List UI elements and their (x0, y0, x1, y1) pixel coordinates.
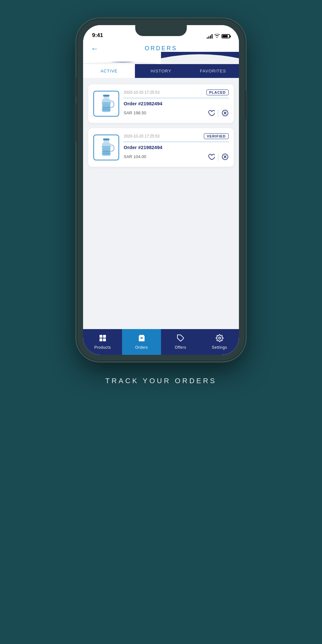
svg-rect-24 (99, 338, 102, 341)
bottom-nav: Products Orders Offers (83, 329, 239, 355)
svg-rect-3 (103, 95, 109, 97)
signal-icon (207, 34, 213, 39)
favorite-icon-1[interactable] (208, 110, 215, 118)
nav-orders-label: Orders (135, 345, 148, 350)
order-price-2: SAR 104.00 (124, 154, 146, 159)
order-number-2: Order #21982494 (124, 145, 229, 150)
battery-icon (222, 34, 230, 38)
water-jug-icon-2 (97, 137, 115, 158)
favorite-icon-2[interactable] (208, 154, 215, 161)
notch (135, 25, 187, 36)
order-image-2 (93, 135, 119, 160)
bottom-text: TRACK YOUR ORDERS (105, 377, 217, 385)
order-card-2[interactable]: 2020-10-20 17:25:53 VERIFIED Order #2198… (88, 128, 234, 167)
svg-rect-6 (102, 102, 111, 103)
orders-list: 2020-10-20 17:25:53 PLACED Order #219824… (83, 78, 239, 329)
svg-point-27 (219, 337, 221, 339)
phone-screen: 9:41 ← ORDERS (83, 25, 239, 355)
order-number-1: Order #21982494 (124, 101, 229, 106)
order-info-1: 2020-10-20 17:25:53 PLACED Order #219824… (124, 90, 229, 118)
svg-rect-17 (102, 146, 111, 147)
water-jug-icon-1 (97, 93, 115, 115)
settings-icon (216, 334, 223, 344)
order-header-2: 2020-10-20 17:25:53 VERIFIED (124, 133, 229, 139)
order-divider-1 (124, 98, 229, 98)
tabs-with-wave: ACTIVE HISTORY FAVORITES (83, 52, 239, 78)
status-badge-1: PLACED (206, 90, 229, 95)
action-divider-2 (218, 154, 218, 161)
svg-rect-22 (99, 335, 102, 338)
order-date-2: 2020-10-20 17:25:53 (124, 134, 159, 138)
orders-icon (138, 334, 146, 344)
status-time: 9:41 (92, 32, 103, 39)
action-divider-1 (218, 110, 218, 117)
svg-rect-23 (103, 335, 106, 338)
battery-fill (223, 35, 228, 37)
status-icons (207, 34, 230, 39)
order-card-1[interactable]: 2020-10-20 17:25:53 PLACED Order #219824… (88, 84, 234, 123)
order-header-1: 2020-10-20 17:25:53 PLACED (124, 90, 229, 95)
cancel-icon-1[interactable] (222, 109, 229, 118)
nav-offers-label: Offers (175, 345, 186, 350)
page-header: ← ORDERS (83, 41, 239, 52)
svg-rect-18 (102, 153, 111, 154)
nav-settings-label: Settings (212, 345, 227, 350)
order-image-1 (93, 91, 119, 117)
nav-orders[interactable]: Orders (122, 329, 161, 355)
order-date-1: 2020-10-20 17:25:53 (124, 90, 159, 95)
svg-rect-7 (102, 109, 111, 110)
wifi-icon (214, 34, 220, 39)
status-badge-2: VERIFIED (204, 133, 229, 139)
tab-active[interactable]: ACTIVE (83, 64, 135, 78)
order-price-1: SAR 198.50 (124, 110, 146, 115)
products-icon (99, 334, 107, 344)
offers-icon (177, 334, 185, 344)
nav-offers[interactable]: Offers (161, 329, 200, 355)
phone-wrapper: 9:41 ← ORDERS (77, 19, 245, 361)
order-info-2: 2020-10-20 17:25:53 VERIFIED Order #2198… (124, 133, 229, 162)
svg-rect-14 (103, 138, 109, 140)
order-actions-1 (208, 109, 229, 118)
nav-products-label: Products (94, 345, 111, 350)
order-actions-2 (208, 153, 229, 162)
svg-rect-25 (103, 338, 106, 341)
order-divider-2 (124, 142, 229, 142)
page-title: ORDERS (145, 45, 177, 52)
tab-favorites[interactable]: FAVORITES (187, 64, 239, 78)
tab-history[interactable]: HISTORY (135, 64, 187, 78)
wave-decoration (83, 52, 239, 65)
tabs-row: ACTIVE HISTORY FAVORITES (83, 64, 239, 78)
cancel-icon-2[interactable] (222, 153, 229, 162)
